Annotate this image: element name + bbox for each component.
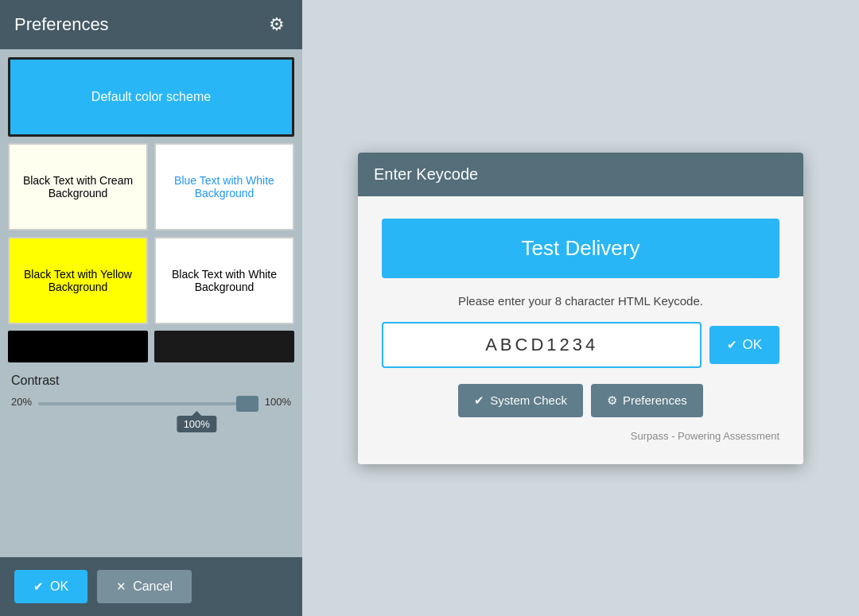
test-delivery-label: Test Delivery bbox=[522, 236, 640, 260]
color-scheme-blue-white[interactable]: Blue Text with White Background bbox=[154, 143, 294, 231]
cancel-label: Cancel bbox=[133, 579, 173, 594]
dialog-footer-text: Surpass - Powering Assessment bbox=[382, 427, 779, 442]
color-scheme-black-bar2[interactable] bbox=[154, 331, 294, 362]
test-delivery-button[interactable]: Test Delivery bbox=[382, 219, 779, 278]
check-icon: ✔ bbox=[727, 338, 737, 352]
panel-footer: ✔ OK ✕ Cancel bbox=[0, 557, 302, 616]
system-check-button[interactable]: ✔ System Check bbox=[458, 384, 583, 417]
contrast-label: Contrast bbox=[11, 374, 291, 388]
color-scheme-list: Default color scheme Black Text with Cre… bbox=[0, 49, 302, 557]
color-scheme-default[interactable]: Default color scheme bbox=[8, 57, 294, 137]
system-check-label: System Check bbox=[490, 393, 567, 407]
gear-icon: ⚙ bbox=[269, 14, 285, 34]
dialog-actions: ✔ System Check ⚙ Preferences bbox=[382, 384, 779, 417]
panel-header: Preferences ⚙ bbox=[0, 0, 302, 49]
keycode-input-row: ✔ OK bbox=[382, 322, 779, 368]
dialog-body: Test Delivery Please enter your 8 charac… bbox=[358, 196, 803, 464]
preferences-panel: Preferences ⚙ Default color scheme Black… bbox=[0, 0, 302, 616]
color-scheme-black-bar1[interactable] bbox=[8, 331, 148, 362]
dialog-title: Enter Keycode bbox=[374, 165, 478, 183]
check-icon-system: ✔ bbox=[474, 393, 484, 408]
keycode-instruction: Please enter your 8 character HTML Keyco… bbox=[382, 294, 779, 308]
contrast-min-label: 20% bbox=[11, 396, 32, 408]
keycode-input[interactable] bbox=[382, 322, 702, 368]
color-scheme-cream[interactable]: Black Text with Cream Background bbox=[8, 143, 148, 231]
check-icon: ✔ bbox=[33, 579, 44, 594]
gear-icon-dialog: ⚙ bbox=[607, 393, 617, 408]
dialog-overlay: Enter Keycode Test Delivery Please enter… bbox=[302, 0, 859, 616]
color-grid: Black Text with Cream Background Blue Te… bbox=[8, 143, 294, 324]
ok-label: OK bbox=[50, 579, 68, 594]
color-scheme-yellow[interactable]: Black Text with Yellow Background bbox=[8, 237, 148, 324]
contrast-section: Contrast 20% 100% 100% bbox=[8, 369, 294, 416]
cancel-button[interactable]: ✕ Cancel bbox=[97, 570, 192, 603]
color-scheme-black-white[interactable]: Black Text with White Background bbox=[154, 237, 294, 324]
preferences-button[interactable]: ⚙ Preferences bbox=[591, 384, 703, 417]
dialog-header: Enter Keycode bbox=[358, 153, 803, 196]
gear-settings-button[interactable]: ⚙ bbox=[266, 11, 288, 38]
keycode-ok-button[interactable]: ✔ OK bbox=[709, 326, 779, 364]
contrast-slider-container: 100% bbox=[38, 394, 258, 409]
contrast-row: 20% 100% 100% bbox=[11, 394, 291, 409]
x-icon: ✕ bbox=[116, 579, 126, 594]
default-scheme-label: Default color scheme bbox=[91, 90, 211, 104]
keycode-dialog: Enter Keycode Test Delivery Please enter… bbox=[358, 153, 803, 464]
black-bars-grid bbox=[8, 331, 294, 362]
slider-tooltip: 100% bbox=[177, 416, 216, 432]
contrast-max-label: 100% bbox=[265, 396, 291, 408]
preferences-label: Preferences bbox=[623, 393, 687, 407]
panel-title: Preferences bbox=[14, 14, 109, 35]
ok-button[interactable]: ✔ OK bbox=[14, 570, 87, 603]
ok-label: OK bbox=[742, 337, 762, 353]
contrast-slider[interactable] bbox=[38, 402, 258, 405]
